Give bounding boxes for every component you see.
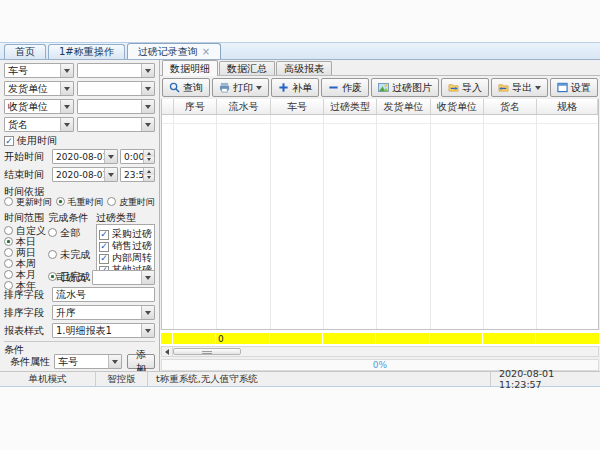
chevron-down-icon[interactable] [60, 118, 73, 131]
use-time-checkbox[interactable]: ✓ [4, 136, 14, 146]
chevron-down-icon[interactable] [60, 64, 73, 77]
horizontal-scrollbar[interactable] [161, 346, 599, 357]
receiver-field-select[interactable]: 收货单位 [4, 99, 74, 114]
radio-update-time[interactable]: 更新时间 [4, 196, 52, 209]
main-tab-strip: 首页 1#称重操作 过磅记录查询 × [0, 43, 600, 60]
col-vehicle[interactable]: 车号 [271, 99, 324, 114]
col-shipper[interactable]: 发货单位 [377, 99, 431, 114]
tab-advanced-report[interactable]: 高级报表 [276, 61, 332, 75]
end-time-row: 结束时间 2020-08-01 23:59:59 [4, 167, 155, 182]
tab-home[interactable]: 首页 [4, 44, 46, 59]
spinner-icon[interactable] [143, 150, 154, 163]
shipper-field-label: 发货单位 [5, 82, 60, 96]
checkbox-sale-weigh[interactable]: ✓销售过磅 [99, 239, 152, 251]
radio-two-days[interactable]: 两日 [4, 246, 48, 257]
col-flow-number[interactable]: 流水号 [217, 99, 271, 114]
export-button[interactable]: 导出 [491, 78, 548, 97]
weigher-select[interactable] [92, 270, 155, 285]
col-serial[interactable]: 序号 [174, 99, 217, 114]
report-style-select[interactable]: 1.明细报表1 [52, 323, 155, 338]
radio-unfinished[interactable]: 未完成 [48, 248, 96, 259]
vehicle-field-select[interactable]: 车号 [4, 63, 74, 78]
finish-condition-label: 完成条件 [48, 211, 96, 222]
settings-button[interactable]: 设置 [550, 78, 598, 97]
chevron-down-icon[interactable] [141, 64, 154, 77]
chevron-down-icon[interactable] [108, 355, 121, 368]
chevron-down-icon[interactable] [141, 100, 154, 113]
time-range-label: 时间范围 [4, 211, 48, 222]
chevron-down-icon[interactable] [141, 118, 154, 131]
status-system-name: t称重系统,无人值守系统 [148, 372, 490, 386]
tab-weigh-operation-label: 1#称重操作 [59, 45, 114, 59]
tab-weigh-record-query[interactable]: 过磅记录查询 × [127, 43, 221, 59]
chevron-down-icon[interactable] [60, 100, 73, 113]
condition-attr-row: 条件属性 车号 添加 [4, 354, 155, 369]
checkbox-purchase-weigh[interactable]: ✓采购过磅 [99, 227, 152, 239]
shipper-field-select[interactable]: 发货单位 [4, 81, 74, 96]
radio-this-week[interactable]: 本周 [4, 257, 48, 268]
chevron-down-icon[interactable] [141, 271, 154, 284]
time-range-group: 时间范围 自定义 本日 两日 本周 本月 本年 [4, 211, 48, 285]
end-date-picker[interactable]: 2020-08-01 [52, 167, 118, 182]
filter-row-receiver: 收货单位 [4, 99, 155, 114]
col-goods[interactable]: 货名 [484, 99, 537, 114]
status-mode: 单机模式 [0, 372, 96, 386]
chevron-down-icon[interactable] [141, 306, 154, 319]
void-button[interactable]: 作废 [321, 78, 369, 97]
close-icon[interactable]: × [202, 47, 210, 57]
weigh-image-button[interactable]: 过磅图片 [371, 78, 439, 97]
goods-value-select[interactable] [77, 117, 155, 132]
import-button[interactable]: 导入 [441, 78, 489, 97]
scroll-left-icon[interactable] [162, 347, 173, 356]
receiver-value-select[interactable] [77, 99, 155, 114]
table-body [162, 115, 598, 329]
status-datetime: 2020-08-01 11:23:57 [490, 372, 600, 386]
goods-field-select[interactable]: 货名 [4, 117, 74, 132]
plus-icon [278, 82, 289, 93]
start-date-picker[interactable]: 2020-08-01 [52, 149, 118, 164]
export-icon [498, 82, 509, 93]
calendar-icon[interactable] [104, 150, 117, 163]
row-selector-header [162, 99, 174, 114]
tab-weigh-operation[interactable]: 1#称重操作 [48, 44, 125, 59]
radio-today[interactable]: 本日 [4, 235, 48, 246]
print-button[interactable]: 打印 [212, 78, 269, 97]
settings-icon [557, 82, 568, 93]
tab-data-detail[interactable]: 数据明细 [162, 60, 218, 76]
col-weigh-type[interactable]: 过磅类型 [324, 99, 377, 114]
condition-attr-select[interactable]: 车号 [54, 354, 122, 369]
tab-data-summary[interactable]: 数据汇总 [219, 61, 275, 75]
sort-order-label: 排序字段 [4, 306, 52, 320]
vehicle-value-select[interactable] [77, 63, 155, 78]
chevron-down-icon[interactable] [60, 82, 73, 95]
start-time-spinner[interactable]: 0:00:00 [120, 149, 155, 164]
col-spec[interactable]: 规格 [537, 99, 598, 114]
chevron-down-icon [535, 86, 541, 90]
receiver-field-label: 收货单位 [5, 100, 60, 114]
time-basis-options: 更新时间 毛重时间 皮重时间 [4, 196, 155, 208]
radio-this-month[interactable]: 本月 [4, 268, 48, 279]
scrollbar-thumb[interactable] [173, 348, 241, 355]
chevron-down-icon[interactable] [141, 324, 154, 337]
radio-custom[interactable]: 自定义 [4, 224, 48, 235]
spinner-icon[interactable] [143, 168, 154, 181]
radio-all[interactable]: 全部 [48, 226, 96, 237]
end-time-spinner[interactable]: 23:59:59 [120, 167, 155, 182]
calendar-icon[interactable] [104, 168, 117, 181]
radio-this-year[interactable]: 本年 [4, 279, 48, 290]
shipper-value-select[interactable] [77, 81, 155, 96]
supplement-button[interactable]: 补单 [271, 78, 319, 97]
sort-field-input[interactable]: 流水号 [52, 287, 155, 302]
radio-tare-time[interactable]: 皮重时间 [107, 196, 155, 209]
import-icon [448, 82, 459, 93]
col-receiver[interactable]: 收货单位 [431, 99, 484, 114]
radio-gross-time[interactable]: 毛重时间 [56, 196, 104, 209]
report-style-row: 报表样式 1.明细报表1 [4, 323, 155, 338]
sort-order-select[interactable]: 升序 [52, 305, 155, 320]
summary-wrap: 0 [160, 330, 600, 346]
checkbox-internal-transfer[interactable]: ✓内部周转 [99, 251, 152, 263]
chevron-down-icon[interactable] [141, 82, 154, 95]
filter-row-shipper: 发货单位 [4, 81, 155, 96]
data-panel: 数据明细 数据汇总 高级报表 查询 打印 [160, 60, 600, 371]
query-button[interactable]: 查询 [162, 78, 210, 97]
